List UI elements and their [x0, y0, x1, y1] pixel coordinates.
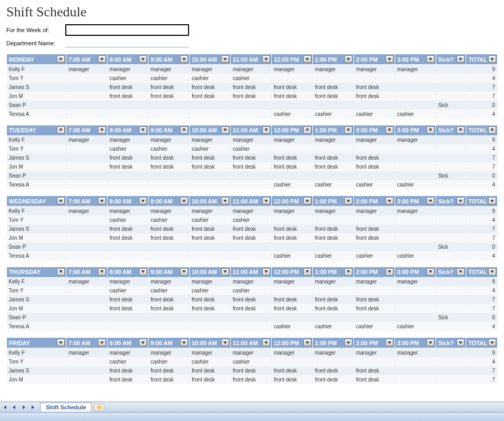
shift-cell[interactable]: front desk: [189, 92, 230, 101]
filter-dropdown-icon[interactable]: [221, 268, 229, 276]
shift-cell[interactable]: cashier: [230, 74, 271, 83]
shift-cell[interactable]: manager: [271, 135, 312, 144]
time-header[interactable]: 12:00 PM: [271, 54, 312, 65]
shift-cell[interactable]: cashier: [353, 251, 394, 260]
shift-cell[interactable]: manager: [66, 348, 107, 357]
shift-cell[interactable]: manager: [148, 277, 189, 286]
shift-cell[interactable]: [66, 251, 107, 260]
filter-dropdown-icon[interactable]: [303, 339, 311, 346]
sick-cell[interactable]: [436, 366, 466, 375]
shift-cell[interactable]: front desk: [271, 83, 312, 92]
shift-cell[interactable]: manager: [148, 65, 189, 74]
shift-cell[interactable]: front desk: [107, 83, 148, 92]
shift-cell[interactable]: cashier: [230, 216, 271, 224]
sick-cell[interactable]: [436, 144, 466, 153]
shift-cell[interactable]: manager: [312, 135, 353, 144]
filter-dropdown-icon[interactable]: [344, 339, 352, 346]
shift-cell[interactable]: manager: [353, 65, 394, 74]
shift-cell[interactable]: [394, 295, 436, 304]
sick-cell[interactable]: [436, 277, 466, 286]
sick-header[interactable]: Sick?: [436, 267, 466, 277]
shift-cell[interactable]: [394, 375, 436, 384]
shift-cell[interactable]: manager: [230, 277, 271, 286]
day-header[interactable]: WEDNESDAY: [7, 196, 66, 207]
shift-cell[interactable]: front desk: [271, 375, 312, 384]
shift-cell[interactable]: [148, 242, 189, 251]
shift-cell[interactable]: [353, 101, 394, 110]
shift-cell[interactable]: [107, 101, 148, 110]
shift-cell[interactable]: [107, 110, 148, 119]
shift-cell[interactable]: manager: [66, 277, 107, 286]
sick-header[interactable]: Sick?: [436, 125, 466, 135]
filter-dropdown-icon[interactable]: [457, 197, 465, 204]
time-header[interactable]: 11:00 AM: [230, 267, 271, 277]
total-header[interactable]: TOTAL: [466, 267, 498, 277]
sheet-tab-active[interactable]: Shift Schedule: [40, 403, 92, 407]
shift-cell[interactable]: [107, 322, 148, 331]
shift-cell[interactable]: [107, 171, 148, 180]
shift-cell[interactable]: cashier: [394, 110, 436, 119]
time-header[interactable]: 3:00 PM: [394, 196, 436, 207]
time-header[interactable]: 1:00 PM: [312, 338, 353, 348]
filter-dropdown-icon[interactable]: [180, 339, 188, 346]
table-row[interactable]: Jon Mfront deskfront deskfront deskfront…: [7, 92, 498, 101]
sick-cell[interactable]: [436, 135, 466, 144]
time-header[interactable]: 8:00 AM: [107, 54, 148, 65]
shift-cell[interactable]: front desk: [230, 295, 271, 304]
shift-cell[interactable]: front desk: [107, 224, 148, 233]
shift-cell[interactable]: manager: [353, 277, 394, 286]
shift-cell[interactable]: [271, 74, 312, 83]
shift-cell[interactable]: cashier: [271, 180, 312, 189]
shift-cell[interactable]: [394, 366, 436, 375]
table-row[interactable]: James Sfront deskfront deskfront deskfro…: [7, 153, 498, 162]
filter-dropdown-icon[interactable]: [303, 126, 311, 134]
sick-cell[interactable]: Sick: [436, 101, 466, 110]
shift-cell[interactable]: [66, 92, 107, 101]
filter-dropdown-icon[interactable]: [221, 126, 229, 134]
filter-dropdown-icon[interactable]: [262, 55, 270, 63]
shift-cell[interactable]: manager: [312, 207, 353, 216]
filter-dropdown-icon[interactable]: [488, 197, 496, 204]
shift-cell[interactable]: manager: [66, 135, 107, 144]
time-header[interactable]: 9:00 AM: [148, 125, 189, 135]
filter-dropdown-icon[interactable]: [262, 339, 270, 346]
time-header[interactable]: 7:00 AM: [66, 338, 107, 348]
table-row[interactable]: Tom Ycashiercashiercashiercashier4: [7, 144, 498, 153]
shift-cell[interactable]: [230, 313, 271, 322]
day-header[interactable]: TUESDAY: [7, 125, 66, 135]
shift-cell[interactable]: [66, 180, 107, 189]
sick-cell[interactable]: Sick: [436, 171, 466, 180]
shift-cell[interactable]: front desk: [230, 375, 271, 384]
table-row[interactable]: James Sfront deskfront deskfront deskfro…: [7, 224, 498, 233]
filter-dropdown-icon[interactable]: [344, 55, 352, 63]
shift-cell[interactable]: [394, 153, 436, 162]
shift-cell[interactable]: [394, 242, 436, 251]
shift-cell[interactable]: [148, 322, 189, 331]
shift-cell[interactable]: front desk: [271, 153, 312, 162]
shift-cell[interactable]: cashier: [107, 144, 148, 153]
shift-cell[interactable]: front desk: [189, 224, 230, 233]
time-header[interactable]: 10:00 AM: [189, 125, 230, 135]
time-header[interactable]: 1:00 PM: [312, 54, 353, 65]
shift-cell[interactable]: cashier: [107, 357, 148, 366]
shift-cell[interactable]: front desk: [353, 92, 394, 101]
shift-cell[interactable]: [353, 313, 394, 322]
table-row[interactable]: Jon Mfront deskfront deskfront deskfront…: [7, 233, 498, 242]
filter-dropdown-icon[interactable]: [344, 268, 352, 276]
shift-cell[interactable]: front desk: [271, 224, 312, 233]
shift-cell[interactable]: front desk: [230, 83, 271, 92]
shift-cell[interactable]: front desk: [353, 366, 394, 375]
shift-cell[interactable]: cashier: [353, 322, 394, 331]
shift-cell[interactable]: front desk: [148, 162, 189, 171]
shift-cell[interactable]: [394, 233, 436, 242]
shift-cell[interactable]: manager: [66, 65, 107, 74]
time-header[interactable]: 2:00 PM: [353, 54, 394, 65]
shift-cell[interactable]: [353, 286, 394, 295]
shift-cell[interactable]: [353, 144, 394, 153]
shift-cell[interactable]: cashier: [148, 74, 189, 83]
time-header[interactable]: 11:00 AM: [230, 54, 271, 65]
shift-cell[interactable]: [189, 110, 230, 119]
shift-cell[interactable]: cashier: [148, 286, 189, 295]
filter-dropdown-icon[interactable]: [262, 268, 270, 276]
shift-cell[interactable]: [230, 242, 271, 251]
